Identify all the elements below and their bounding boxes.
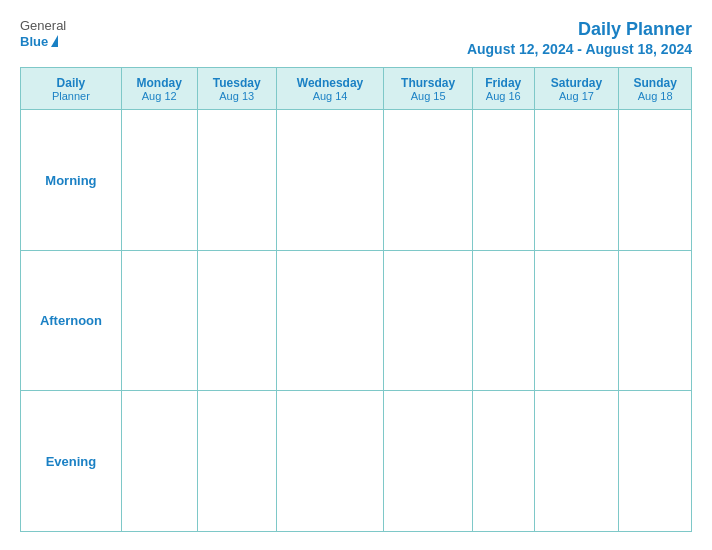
morning-label: Morning (21, 110, 122, 251)
evening-wednesday[interactable] (276, 391, 383, 532)
table-header: Daily Planner Monday Aug 12 Tuesday Aug … (21, 68, 692, 110)
header-sunday: Sunday Aug 18 (619, 68, 692, 110)
planner-title: Daily Planner (467, 18, 692, 41)
title-area: Daily Planner August 12, 2024 - August 1… (467, 18, 692, 57)
header-tuesday: Tuesday Aug 13 (197, 68, 276, 110)
sunday-label: Sunday (621, 76, 689, 90)
afternoon-label: Afternoon (21, 250, 122, 391)
morning-sunday[interactable] (619, 110, 692, 251)
logo-blue-text: Blue (20, 34, 48, 49)
friday-label: Friday (475, 76, 532, 90)
evening-row: Evening (21, 391, 692, 532)
header-col-label2: Planner (23, 90, 119, 102)
sunday-date: Aug 18 (621, 90, 689, 102)
top-header: General Blue Daily Planner August 12, 20… (20, 18, 692, 57)
header-col-label1: Daily (23, 76, 119, 90)
morning-thursday[interactable] (384, 110, 473, 251)
saturday-label: Saturday (537, 76, 617, 90)
planner-table: Daily Planner Monday Aug 12 Tuesday Aug … (20, 67, 692, 532)
header-friday: Friday Aug 16 (472, 68, 534, 110)
header-thursday: Thursday Aug 15 (384, 68, 473, 110)
logo-blue-area: Blue (20, 34, 58, 49)
morning-friday[interactable] (472, 110, 534, 251)
logo-general-text: General (20, 18, 66, 34)
tuesday-date: Aug 13 (200, 90, 274, 102)
evening-sunday[interactable] (619, 391, 692, 532)
header-row: Daily Planner Monday Aug 12 Tuesday Aug … (21, 68, 692, 110)
evening-saturday[interactable] (534, 391, 619, 532)
afternoon-wednesday[interactable] (276, 250, 383, 391)
header-label-cell: Daily Planner (21, 68, 122, 110)
afternoon-row: Afternoon (21, 250, 692, 391)
saturday-date: Aug 17 (537, 90, 617, 102)
morning-monday[interactable] (121, 110, 197, 251)
afternoon-tuesday[interactable] (197, 250, 276, 391)
morning-wednesday[interactable] (276, 110, 383, 251)
friday-date: Aug 16 (475, 90, 532, 102)
evening-tuesday[interactable] (197, 391, 276, 532)
logo-area: General Blue (20, 18, 66, 49)
morning-row: Morning (21, 110, 692, 251)
wednesday-label: Wednesday (279, 76, 381, 90)
afternoon-saturday[interactable] (534, 250, 619, 391)
monday-label: Monday (124, 76, 195, 90)
tuesday-label: Tuesday (200, 76, 274, 90)
afternoon-friday[interactable] (472, 250, 534, 391)
header-wednesday: Wednesday Aug 14 (276, 68, 383, 110)
header-monday: Monday Aug 12 (121, 68, 197, 110)
wednesday-date: Aug 14 (279, 90, 381, 102)
evening-monday[interactable] (121, 391, 197, 532)
logo-triangle-icon (51, 35, 58, 47)
header-saturday: Saturday Aug 17 (534, 68, 619, 110)
evening-label: Evening (21, 391, 122, 532)
planner-date-range: August 12, 2024 - August 18, 2024 (467, 41, 692, 57)
afternoon-thursday[interactable] (384, 250, 473, 391)
evening-friday[interactable] (472, 391, 534, 532)
morning-saturday[interactable] (534, 110, 619, 251)
thursday-date: Aug 15 (386, 90, 470, 102)
morning-tuesday[interactable] (197, 110, 276, 251)
monday-date: Aug 12 (124, 90, 195, 102)
afternoon-sunday[interactable] (619, 250, 692, 391)
table-body: Morning Afternoon Evening (21, 110, 692, 532)
thursday-label: Thursday (386, 76, 470, 90)
evening-thursday[interactable] (384, 391, 473, 532)
afternoon-monday[interactable] (121, 250, 197, 391)
